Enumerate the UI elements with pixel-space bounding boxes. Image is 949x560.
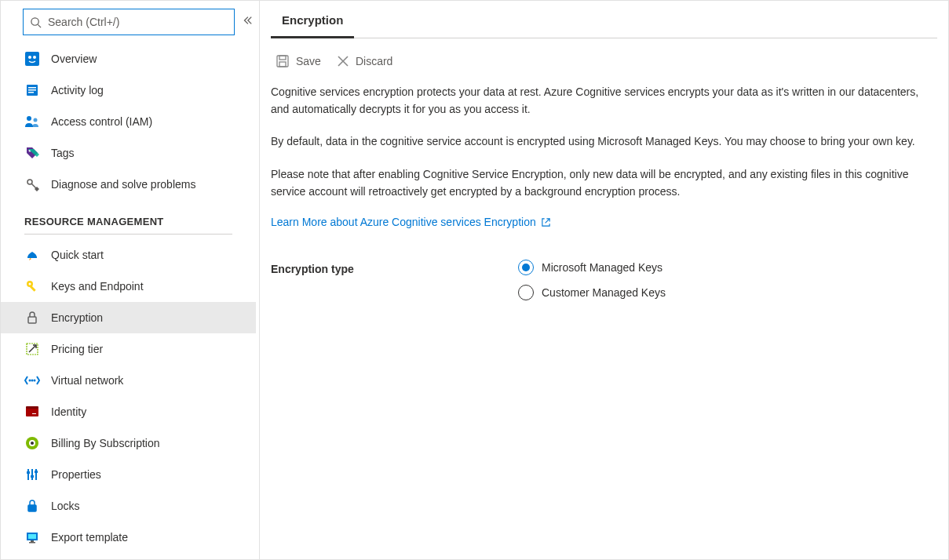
svg-point-14 [29, 283, 31, 285]
sidebar-item-label: Virtual network [51, 374, 123, 387]
sidebar-item-label: Properties [51, 468, 101, 481]
learn-more-label: Learn More about Azure Cognitive service… [271, 216, 536, 228]
svg-rect-6 [28, 87, 36, 89]
sidebar-item-label: Tags [51, 147, 75, 159]
sidebar-item-access-control[interactable]: Access control (IAM) [1, 106, 256, 137]
external-link-icon [541, 217, 551, 227]
tab-encryption[interactable]: Encryption [271, 5, 354, 38]
encryption-type-row: Encryption type Microsoft Managed Keys C… [271, 260, 937, 300]
export-icon [24, 529, 40, 545]
svg-rect-31 [31, 475, 34, 478]
radio-customer-managed-keys[interactable]: Customer Managed Keys [518, 285, 666, 300]
tags-icon [24, 145, 40, 161]
svg-rect-40 [279, 62, 286, 67]
svg-point-9 [27, 116, 31, 121]
collapse-sidebar-icon[interactable] [242, 15, 253, 28]
encryption-type-radio-group: Microsoft Managed Keys Customer Managed … [518, 260, 666, 300]
sidebar-item-label: Access control (IAM) [51, 115, 152, 128]
identity-icon [24, 404, 40, 420]
save-button[interactable]: Save [276, 54, 321, 68]
discard-label: Discard [356, 55, 392, 67]
sidebar-item-label: Encryption [51, 311, 103, 324]
svg-point-19 [31, 380, 34, 382]
description-para-1: Cognitive services encryption protects y… [271, 84, 922, 118]
svg-point-3 [28, 56, 31, 59]
encryption-type-label: Encryption type [271, 260, 518, 275]
search-wrapper [1, 1, 259, 43]
svg-point-26 [31, 442, 34, 445]
sidebar-item-billing[interactable]: Billing By Subscription [1, 427, 256, 459]
radio-circle-icon [518, 285, 534, 300]
sidebar-item-properties[interactable]: Properties [1, 459, 256, 490]
svg-rect-2 [25, 52, 39, 66]
tab-row: Encryption [271, 1, 937, 38]
svg-line-1 [38, 24, 41, 27]
svg-point-4 [33, 56, 36, 59]
sidebar-item-label: Identity [51, 405, 86, 418]
sidebar-item-activity-log[interactable]: Activity log [1, 75, 256, 106]
description-para-2: By default, data in the cognitive servic… [271, 133, 922, 151]
locks-icon [24, 498, 40, 514]
sidebar-item-pricing-tier[interactable]: Pricing tier [1, 333, 256, 365]
sidebar-item-label: Quick start [51, 249, 104, 261]
sidebar-item-diagnose[interactable]: Diagnose and solve problems [1, 169, 256, 200]
svg-point-20 [34, 380, 36, 382]
svg-rect-8 [28, 92, 34, 93]
pricing-icon [24, 341, 40, 357]
svg-line-43 [545, 219, 549, 224]
sidebar-item-encryption[interactable]: Encryption [1, 302, 256, 333]
search-box[interactable] [23, 9, 235, 35]
svg-point-10 [34, 118, 38, 122]
svg-rect-16 [28, 317, 36, 323]
description-para-3: Please note that after enabling Cognitiv… [271, 166, 922, 200]
sidebar-item-tags[interactable]: Tags [1, 137, 256, 169]
learn-more-link[interactable]: Learn More about Azure Cognitive service… [271, 216, 551, 228]
search-input[interactable] [48, 16, 228, 28]
svg-rect-33 [28, 505, 36, 511]
properties-icon [24, 467, 40, 482]
sidebar-item-label: Overview [51, 53, 97, 65]
svg-rect-7 [28, 89, 36, 91]
discard-icon [337, 55, 349, 67]
sidebar-item-export-template[interactable]: Export template [1, 522, 256, 553]
save-label: Save [296, 55, 321, 67]
diagnose-icon [24, 176, 40, 192]
radio-label: Customer Managed Keys [542, 286, 666, 299]
sidebar-item-label: Activity log [51, 84, 104, 96]
activity-log-icon [24, 82, 40, 98]
toolbar: Save Discard [271, 54, 937, 84]
svg-rect-30 [27, 471, 30, 474]
sidebar-item-keys-endpoint[interactable]: Keys and Endpoint [1, 271, 256, 302]
access-control-icon [24, 114, 40, 129]
discard-button[interactable]: Discard [337, 55, 392, 67]
svg-rect-36 [31, 540, 34, 542]
svg-rect-23 [32, 413, 36, 414]
svg-rect-15 [30, 285, 36, 292]
svg-rect-28 [31, 469, 33, 480]
svg-rect-21 [26, 408, 38, 416]
nav-scroll[interactable]: Overview Activity log Access control (IA… [1, 43, 259, 559]
svg-rect-22 [26, 406, 38, 409]
sidebar-item-label: Keys and Endpoint [51, 280, 144, 293]
sidebar-item-overview[interactable]: Overview [1, 43, 256, 75]
section-header-resource-management: RESOURCE MANAGEMENT [1, 200, 256, 234]
main-content: Encryption Save Discard Cognitive servic… [260, 1, 948, 559]
section-divider [24, 234, 232, 235]
sidebar-item-label: Locks [51, 500, 80, 512]
overview-icon [24, 51, 40, 67]
svg-rect-32 [35, 471, 38, 473]
svg-rect-35 [28, 534, 36, 539]
keys-icon [24, 278, 40, 294]
radio-circle-icon [518, 260, 534, 275]
sidebar-item-identity[interactable]: Identity [1, 396, 256, 427]
radio-microsoft-managed-keys[interactable]: Microsoft Managed Keys [518, 260, 666, 275]
svg-point-0 [31, 17, 38, 24]
quick-start-icon [24, 247, 40, 263]
svg-rect-38 [277, 56, 288, 67]
sidebar-item-label: Billing By Subscription [51, 437, 160, 449]
sidebar-item-locks[interactable]: Locks [1, 490, 256, 522]
svg-point-18 [29, 380, 31, 382]
encryption-icon [24, 310, 40, 325]
sidebar-item-quick-start[interactable]: Quick start [1, 239, 256, 271]
sidebar-item-virtual-network[interactable]: Virtual network [1, 365, 256, 396]
